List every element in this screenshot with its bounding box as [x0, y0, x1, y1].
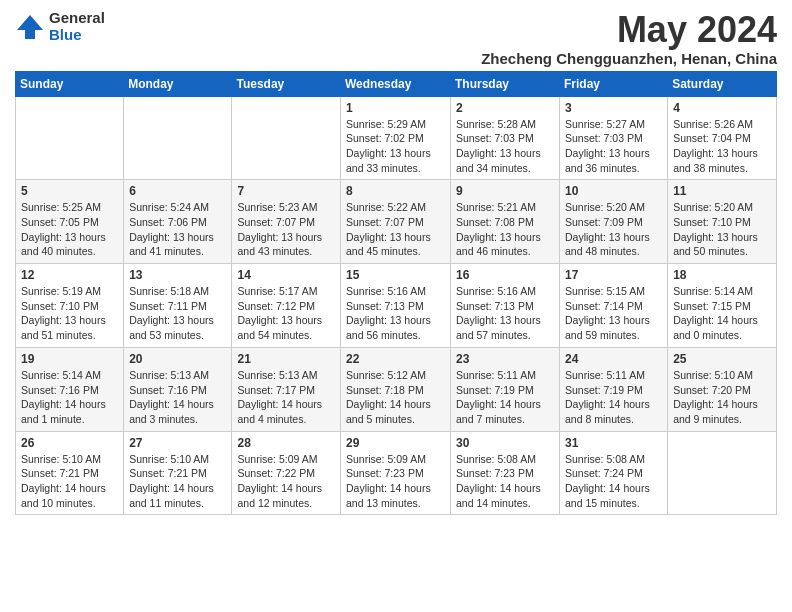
day-info: Sunrise: 5:21 AMSunset: 7:08 PMDaylight:… [456, 200, 554, 259]
day-info: Sunrise: 5:22 AMSunset: 7:07 PMDaylight:… [346, 200, 445, 259]
location: Zhecheng Chengguanzhen, Henan, China [481, 50, 777, 67]
calendar-cell: 29Sunrise: 5:09 AMSunset: 7:23 PMDayligh… [341, 431, 451, 515]
calendar-header-sunday: Sunday [16, 71, 124, 96]
month-title: May 2024 [481, 10, 777, 50]
day-info: Sunrise: 5:10 AMSunset: 7:21 PMDaylight:… [21, 452, 118, 511]
calendar-week-row: 5Sunrise: 5:25 AMSunset: 7:05 PMDaylight… [16, 180, 777, 264]
day-info: Sunrise: 5:28 AMSunset: 7:03 PMDaylight:… [456, 117, 554, 176]
calendar-header-row: SundayMondayTuesdayWednesdayThursdayFrid… [16, 71, 777, 96]
day-info: Sunrise: 5:23 AMSunset: 7:07 PMDaylight:… [237, 200, 335, 259]
day-number: 20 [129, 352, 226, 366]
calendar-cell: 13Sunrise: 5:18 AMSunset: 7:11 PMDayligh… [124, 264, 232, 348]
day-number: 11 [673, 184, 771, 198]
calendar-header-monday: Monday [124, 71, 232, 96]
calendar-cell: 28Sunrise: 5:09 AMSunset: 7:22 PMDayligh… [232, 431, 341, 515]
calendar-cell: 5Sunrise: 5:25 AMSunset: 7:05 PMDaylight… [16, 180, 124, 264]
calendar-cell: 17Sunrise: 5:15 AMSunset: 7:14 PMDayligh… [560, 264, 668, 348]
day-number: 30 [456, 436, 554, 450]
day-info: Sunrise: 5:13 AMSunset: 7:17 PMDaylight:… [237, 368, 335, 427]
day-info: Sunrise: 5:26 AMSunset: 7:04 PMDaylight:… [673, 117, 771, 176]
calendar-cell: 15Sunrise: 5:16 AMSunset: 7:13 PMDayligh… [341, 264, 451, 348]
calendar-cell: 8Sunrise: 5:22 AMSunset: 7:07 PMDaylight… [341, 180, 451, 264]
calendar-week-row: 12Sunrise: 5:19 AMSunset: 7:10 PMDayligh… [16, 264, 777, 348]
day-info: Sunrise: 5:29 AMSunset: 7:02 PMDaylight:… [346, 117, 445, 176]
day-info: Sunrise: 5:12 AMSunset: 7:18 PMDaylight:… [346, 368, 445, 427]
day-number: 9 [456, 184, 554, 198]
calendar-cell: 12Sunrise: 5:19 AMSunset: 7:10 PMDayligh… [16, 264, 124, 348]
calendar-cell: 2Sunrise: 5:28 AMSunset: 7:03 PMDaylight… [451, 96, 560, 180]
day-info: Sunrise: 5:18 AMSunset: 7:11 PMDaylight:… [129, 284, 226, 343]
day-number: 2 [456, 101, 554, 115]
day-number: 26 [21, 436, 118, 450]
day-info: Sunrise: 5:14 AMSunset: 7:16 PMDaylight:… [21, 368, 118, 427]
day-info: Sunrise: 5:10 AMSunset: 7:20 PMDaylight:… [673, 368, 771, 427]
day-info: Sunrise: 5:19 AMSunset: 7:10 PMDaylight:… [21, 284, 118, 343]
calendar-header-wednesday: Wednesday [341, 71, 451, 96]
calendar-week-row: 19Sunrise: 5:14 AMSunset: 7:16 PMDayligh… [16, 347, 777, 431]
calendar-cell: 24Sunrise: 5:11 AMSunset: 7:19 PMDayligh… [560, 347, 668, 431]
calendar-cell: 22Sunrise: 5:12 AMSunset: 7:18 PMDayligh… [341, 347, 451, 431]
calendar-week-row: 26Sunrise: 5:10 AMSunset: 7:21 PMDayligh… [16, 431, 777, 515]
day-info: Sunrise: 5:24 AMSunset: 7:06 PMDaylight:… [129, 200, 226, 259]
day-number: 7 [237, 184, 335, 198]
calendar-header-saturday: Saturday [668, 71, 777, 96]
day-info: Sunrise: 5:25 AMSunset: 7:05 PMDaylight:… [21, 200, 118, 259]
day-number: 14 [237, 268, 335, 282]
day-info: Sunrise: 5:09 AMSunset: 7:23 PMDaylight:… [346, 452, 445, 511]
day-info: Sunrise: 5:20 AMSunset: 7:10 PMDaylight:… [673, 200, 771, 259]
day-info: Sunrise: 5:14 AMSunset: 7:15 PMDaylight:… [673, 284, 771, 343]
day-number: 1 [346, 101, 445, 115]
calendar-cell: 18Sunrise: 5:14 AMSunset: 7:15 PMDayligh… [668, 264, 777, 348]
day-number: 18 [673, 268, 771, 282]
calendar-cell: 6Sunrise: 5:24 AMSunset: 7:06 PMDaylight… [124, 180, 232, 264]
day-info: Sunrise: 5:10 AMSunset: 7:21 PMDaylight:… [129, 452, 226, 511]
calendar-cell: 20Sunrise: 5:13 AMSunset: 7:16 PMDayligh… [124, 347, 232, 431]
day-number: 10 [565, 184, 662, 198]
day-info: Sunrise: 5:16 AMSunset: 7:13 PMDaylight:… [346, 284, 445, 343]
day-info: Sunrise: 5:17 AMSunset: 7:12 PMDaylight:… [237, 284, 335, 343]
calendar-cell: 27Sunrise: 5:10 AMSunset: 7:21 PMDayligh… [124, 431, 232, 515]
title-block: May 2024 Zhecheng Chengguanzhen, Henan, … [481, 10, 777, 67]
calendar-cell: 23Sunrise: 5:11 AMSunset: 7:19 PMDayligh… [451, 347, 560, 431]
day-number: 29 [346, 436, 445, 450]
calendar-cell: 21Sunrise: 5:13 AMSunset: 7:17 PMDayligh… [232, 347, 341, 431]
logo-icon [15, 12, 45, 42]
calendar-cell: 1Sunrise: 5:29 AMSunset: 7:02 PMDaylight… [341, 96, 451, 180]
calendar-header-friday: Friday [560, 71, 668, 96]
day-info: Sunrise: 5:15 AMSunset: 7:14 PMDaylight:… [565, 284, 662, 343]
day-number: 16 [456, 268, 554, 282]
calendar-week-row: 1Sunrise: 5:29 AMSunset: 7:02 PMDaylight… [16, 96, 777, 180]
day-number: 19 [21, 352, 118, 366]
calendar-header-thursday: Thursday [451, 71, 560, 96]
day-info: Sunrise: 5:13 AMSunset: 7:16 PMDaylight:… [129, 368, 226, 427]
calendar-cell [16, 96, 124, 180]
day-number: 13 [129, 268, 226, 282]
logo-general: General [49, 10, 105, 27]
day-number: 24 [565, 352, 662, 366]
calendar-cell: 19Sunrise: 5:14 AMSunset: 7:16 PMDayligh… [16, 347, 124, 431]
calendar-cell: 31Sunrise: 5:08 AMSunset: 7:24 PMDayligh… [560, 431, 668, 515]
day-number: 15 [346, 268, 445, 282]
day-number: 6 [129, 184, 226, 198]
calendar-cell: 16Sunrise: 5:16 AMSunset: 7:13 PMDayligh… [451, 264, 560, 348]
calendar-cell: 10Sunrise: 5:20 AMSunset: 7:09 PMDayligh… [560, 180, 668, 264]
calendar-header-tuesday: Tuesday [232, 71, 341, 96]
day-info: Sunrise: 5:08 AMSunset: 7:24 PMDaylight:… [565, 452, 662, 511]
day-info: Sunrise: 5:27 AMSunset: 7:03 PMDaylight:… [565, 117, 662, 176]
day-info: Sunrise: 5:08 AMSunset: 7:23 PMDaylight:… [456, 452, 554, 511]
calendar-cell [124, 96, 232, 180]
day-number: 25 [673, 352, 771, 366]
logo-text: General Blue [49, 10, 105, 43]
calendar-cell: 14Sunrise: 5:17 AMSunset: 7:12 PMDayligh… [232, 264, 341, 348]
day-info: Sunrise: 5:11 AMSunset: 7:19 PMDaylight:… [456, 368, 554, 427]
calendar-cell: 26Sunrise: 5:10 AMSunset: 7:21 PMDayligh… [16, 431, 124, 515]
calendar-cell [232, 96, 341, 180]
day-number: 17 [565, 268, 662, 282]
day-number: 12 [21, 268, 118, 282]
day-number: 8 [346, 184, 445, 198]
day-info: Sunrise: 5:11 AMSunset: 7:19 PMDaylight:… [565, 368, 662, 427]
calendar-cell: 7Sunrise: 5:23 AMSunset: 7:07 PMDaylight… [232, 180, 341, 264]
page-header: General Blue May 2024 Zhecheng Chengguan… [15, 10, 777, 67]
svg-marker-0 [17, 15, 43, 39]
calendar-cell: 11Sunrise: 5:20 AMSunset: 7:10 PMDayligh… [668, 180, 777, 264]
